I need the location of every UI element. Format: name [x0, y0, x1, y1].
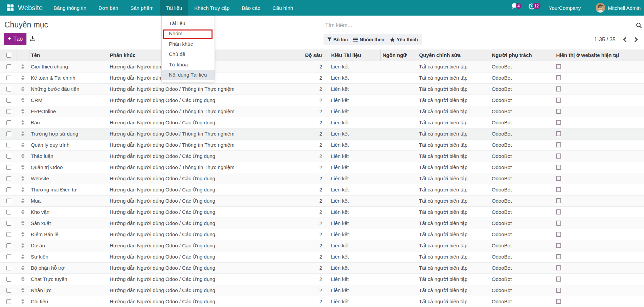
row-checkbox[interactable] — [6, 87, 11, 91]
column-header-visible[interactable]: Hiển thị ở website hiện tại — [554, 49, 644, 61]
drag-handle-icon[interactable] — [17, 165, 29, 170]
nav-item[interactable]: Tài liệu — [160, 0, 188, 16]
table-row[interactable]: Quản lý quy trình Hướng dẫn Người dùng O… — [0, 139, 644, 150]
row-checkbox[interactable] — [6, 131, 11, 136]
user-menu[interactable]: Mitchell Admin — [608, 5, 641, 11]
table-row[interactable]: CRM Hướng dẫn Người dùng Odoo / Các Ứng … — [0, 95, 644, 106]
row-checkbox[interactable] — [6, 165, 11, 170]
visible-checkbox[interactable] — [556, 154, 561, 159]
table-row[interactable]: Bán Hướng dẫn Người dùng Odoo / Các Ứng … — [0, 117, 644, 128]
row-checkbox[interactable] — [6, 64, 11, 69]
table-row[interactable]: Thảo luận Hướng dẫn Người dùng Odoo / Cá… — [0, 150, 644, 162]
favorites-button[interactable]: Yêu thích — [390, 37, 418, 42]
row-checkbox[interactable] — [6, 120, 11, 125]
group-by-button[interactable]: Nhóm theo — [353, 37, 384, 42]
table-row[interactable]: Thương mại Điện tử Hướng dẫn Người dùng … — [0, 184, 644, 195]
drag-handle-icon[interactable] — [17, 288, 29, 293]
visible-checkbox[interactable] — [556, 288, 561, 293]
visible-checkbox[interactable] — [556, 198, 561, 203]
table-row[interactable]: Kho vận Hướng dẫn Người dùng Odoo / Các … — [0, 206, 644, 218]
table-row[interactable]: Website Hướng dẫn Người dùng Odoo / Các … — [0, 173, 644, 184]
dropdown-item[interactable]: Nhóm — [162, 28, 215, 39]
drag-handle-icon[interactable] — [17, 198, 29, 203]
drag-handle-icon[interactable] — [17, 64, 29, 69]
drag-handle-icon[interactable] — [17, 176, 29, 181]
table-row[interactable]: Sản xuất Hướng dẫn Người dùng Odoo / Các… — [0, 218, 644, 229]
visible-checkbox[interactable] — [556, 176, 561, 181]
dropdown-item[interactable]: Nội dung Tài liệu — [162, 70, 215, 80]
pager-next-button[interactable] — [634, 37, 638, 42]
visible-checkbox[interactable] — [556, 131, 561, 136]
visible-checkbox[interactable] — [556, 243, 561, 248]
table-row[interactable]: Quản trị Odoo Hướng dẫn Người dùng Odoo … — [0, 162, 644, 173]
drag-handle-icon[interactable] — [17, 75, 29, 80]
nav-item[interactable]: Khách Truy cập — [188, 0, 236, 16]
table-row[interactable]: Chat Trực tuyến Hướng dẫn Người dùng Odo… — [0, 273, 644, 285]
search-input[interactable] — [325, 20, 623, 31]
drag-handle-icon[interactable] — [17, 98, 29, 103]
table-row[interactable]: Giới thiệu chung Hướng dẫn Người dùng Od… — [0, 61, 644, 72]
visible-checkbox[interactable] — [556, 75, 561, 80]
visible-checkbox[interactable] — [556, 165, 561, 170]
row-checkbox[interactable] — [6, 109, 11, 114]
visible-checkbox[interactable] — [556, 209, 561, 214]
column-header-language[interactable]: Ngôn ngữ — [380, 49, 417, 61]
row-checkbox[interactable] — [6, 232, 11, 237]
table-row[interactable]: ERPOnline Hướng dẫn Người dùng Odoo / Th… — [0, 106, 644, 117]
row-checkbox[interactable] — [6, 221, 11, 226]
table-row[interactable]: Nhân lực Hướng dẫn Người dùng Odoo / Các… — [0, 285, 644, 296]
row-checkbox[interactable] — [6, 143, 11, 147]
dropdown-item[interactable]: Tài liệu — [162, 18, 215, 28]
nav-item[interactable]: Sản phẩm — [124, 0, 159, 16]
visible-checkbox[interactable] — [556, 277, 561, 282]
visible-checkbox[interactable] — [556, 221, 561, 226]
nav-item[interactable]: Báo cáo — [236, 0, 266, 16]
row-checkbox[interactable] — [6, 199, 11, 203]
search-icon[interactable] — [636, 22, 642, 30]
nav-item[interactable]: Cấu hình — [266, 0, 299, 16]
drag-handle-icon[interactable] — [17, 154, 29, 159]
row-checkbox[interactable] — [6, 210, 11, 214]
row-checkbox[interactable] — [6, 254, 11, 259]
drag-handle-icon[interactable] — [17, 243, 29, 248]
apps-menu-icon[interactable] — [7, 4, 14, 11]
table-row[interactable]: Kế toán & Tài chính Hướng dẫn Người dùng… — [0, 72, 644, 83]
row-checkbox[interactable] — [6, 187, 11, 192]
dropdown-item[interactable]: Từ khóa — [162, 59, 215, 70]
drag-handle-icon[interactable] — [17, 254, 29, 259]
row-checkbox[interactable] — [6, 277, 11, 282]
table-row[interactable]: Điểm Bán lẻ Hướng dẫn Người dùng Odoo / … — [0, 229, 644, 240]
table-row[interactable]: Dự án Hướng dẫn Người dùng Odoo / Các Ứn… — [0, 240, 644, 251]
column-header-responsible[interactable]: Người phụ trách — [490, 49, 554, 61]
drag-handle-icon[interactable] — [17, 277, 29, 282]
visible-checkbox[interactable] — [556, 187, 561, 192]
column-header-doc-type[interactable]: Kiểu Tài liệu — [329, 49, 380, 61]
visible-checkbox[interactable] — [556, 98, 561, 103]
table-row[interactable]: Bộ phận hỗ trợ Hướng dẫn Người dùng Odoo… — [0, 262, 644, 273]
nav-item[interactable]: Bảng thông tin — [47, 0, 92, 16]
nav-item[interactable]: Đơn bán — [92, 0, 124, 16]
company-switcher[interactable]: YourCompany — [549, 5, 581, 11]
visible-checkbox[interactable] — [556, 142, 561, 147]
drag-handle-icon[interactable] — [17, 142, 29, 147]
row-checkbox[interactable] — [6, 288, 11, 293]
row-checkbox[interactable] — [6, 154, 11, 159]
visible-checkbox[interactable] — [556, 299, 561, 304]
row-checkbox[interactable] — [6, 76, 11, 80]
table-row[interactable]: Những bước đầu tiên Hướng dẫn Người dùng… — [0, 83, 644, 95]
drag-handle-icon[interactable] — [17, 131, 29, 136]
drag-handle-icon[interactable] — [17, 221, 29, 226]
create-button[interactable]: + Tạo — [4, 33, 26, 45]
visible-checkbox[interactable] — [556, 64, 561, 69]
table-row[interactable]: Trường hợp sử dụng Hướng dẫn Người dùng … — [0, 128, 644, 139]
drag-handle-icon[interactable] — [17, 265, 29, 270]
column-header-edit-rights[interactable]: Quyền chỉnh sửa — [417, 49, 490, 61]
filters-button[interactable]: Bộ lọc — [327, 37, 348, 42]
export-button[interactable] — [26, 33, 39, 45]
drag-handle-icon[interactable] — [17, 187, 29, 192]
dropdown-item[interactable]: Chủ đề — [162, 49, 215, 60]
visible-checkbox[interactable] — [556, 120, 561, 125]
visible-checkbox[interactable] — [556, 265, 561, 270]
drag-handle-icon[interactable] — [17, 120, 29, 125]
drag-handle-icon[interactable] — [17, 109, 29, 114]
